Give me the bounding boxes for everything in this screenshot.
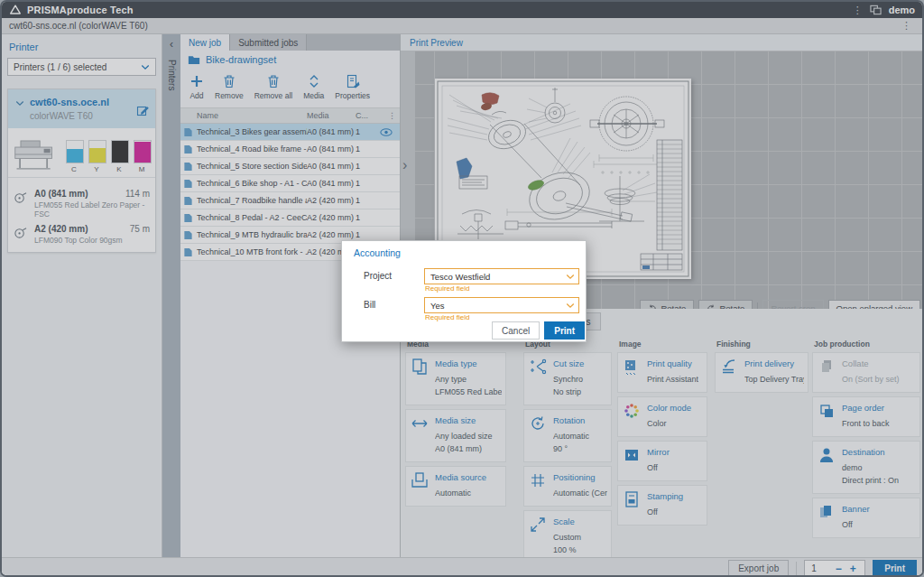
project-label: Project	[364, 271, 392, 281]
chevron-down-icon	[566, 274, 575, 280]
required-field-hint: Required field	[425, 284, 469, 293]
accounting-dialog: Accounting Project Tesco Westfield Requi…	[341, 240, 587, 342]
bill-select[interactable]: Yes	[424, 297, 579, 313]
cancel-button[interactable]: Cancel	[492, 321, 540, 340]
dialog-footer: Cancel Print	[342, 320, 586, 341]
bill-label: Bill	[364, 300, 375, 310]
chevron-down-icon	[566, 302, 575, 309]
dialog-title: Accounting	[354, 247, 586, 258]
application-window: PRISMAproduce Tech ⋮ demo cwt60-sns.oce.…	[0, 0, 924, 577]
dialog-print-button[interactable]: Print	[544, 321, 585, 340]
project-select[interactable]: Tesco Westfield	[424, 268, 579, 284]
